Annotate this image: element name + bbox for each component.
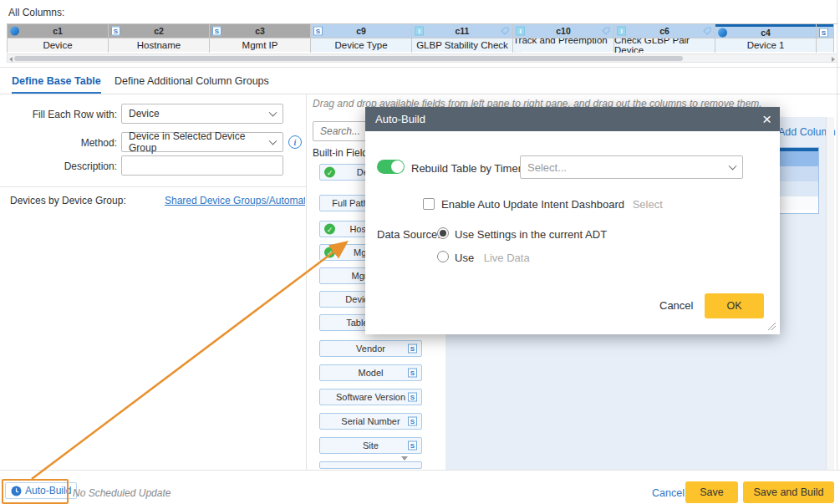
built-in-fields-label: Built-in Fields [313,147,373,159]
fill-each-row-select[interactable]: Device [121,104,283,124]
resize-handle-icon[interactable] [766,321,776,331]
column-header[interactable]: Ic6 [614,24,715,38]
column-name[interactable]: Hostname [109,38,209,52]
check-icon: ✓ [324,224,335,235]
field-button-software-version[interactable]: Software VersionS [319,389,422,405]
field-button-label: Vendor [356,344,385,354]
all-columns-label: All Columns: [8,7,64,18]
radio-use-adt-settings-label: Use Settings in the current ADT [455,228,607,241]
column-name[interactable]: Device 1 [715,38,816,52]
check-icon: ✓ [324,167,335,178]
column-header[interactable]: Sc2 [109,24,209,38]
check-icon: ✓ [324,247,335,258]
auto-update-select-link[interactable]: Select [633,198,663,211]
column-partial[interactable]: S [817,24,834,53]
timer-select[interactable]: Select... [520,155,743,179]
column-header[interactable]: Sc9 [311,24,411,38]
string-type-icon: S [819,28,828,37]
method-value: Device in Selected Device Group [129,130,264,154]
scroll-left-icon[interactable] [9,57,13,62]
column-c4[interactable]: c4Device 1 [715,24,817,53]
scroll-right-icon[interactable] [832,57,835,62]
column-id: c4 [761,28,771,38]
method-label: Method: [0,137,117,149]
field-button-vendor[interactable]: VendorS [319,340,422,357]
column-id: c3 [255,26,265,36]
column-c10[interactable]: Ic10Track and Preemption ... [513,24,614,53]
column-id: c9 [356,26,366,36]
intent-icon: I [516,27,525,36]
chevron-down-icon [269,137,277,145]
scrollbar-thumb[interactable] [14,56,683,61]
footer-cancel-button[interactable]: Cancel [652,487,685,499]
fill-each-row-label: Fill Each Row with: [0,109,117,120]
column-name[interactable] [817,38,833,52]
field-button-clipped[interactable] [319,461,422,469]
column-header[interactable]: Ic10 [513,24,613,38]
devices-by-group-label: Devices by Device Group: [10,195,126,206]
column-id: c11 [456,26,470,36]
toggle-knob [391,160,404,173]
save-button[interactable]: Save [685,481,738,503]
column-c3[interactable]: Sc3Mgmt IP [210,24,311,53]
column-header[interactable]: c1 [8,24,108,38]
radio-use-adt-settings[interactable] [437,227,449,239]
all-columns-table: c1DeviceSc2HostnameSc3Mgmt IPSc9Device T… [7,23,838,53]
column-id: c6 [659,26,669,36]
column-c6[interactable]: Ic6Check GLBP Pair Device [614,24,715,53]
horizontal-scrollbar[interactable] [7,53,837,63]
description-input[interactable] [121,155,283,176]
string-type-icon: S [313,27,323,36]
method-select[interactable]: Device in Selected Device Group [121,132,283,152]
column-c1[interactable]: c1Device [8,24,109,53]
scroll-down-icon[interactable] [401,456,408,461]
field-button-label: Model [359,368,384,378]
intent-icon: I [415,27,424,36]
tab-define-additional-column-groups[interactable]: Define Additional Column Groups [115,75,269,87]
auto-build-dialog: Auto-Build × Rebuild Table by Timer: Sel… [365,107,780,334]
auto-update-label: Enable Auto Update Intent Dashboard Sele… [441,198,663,211]
column-name[interactable]: Mgmt IP [210,38,310,52]
column-name[interactable]: Device Type [311,38,411,52]
column-c9[interactable]: Sc9Device Type [311,24,412,53]
save-and-build-button[interactable]: Save and Build [743,481,834,503]
panel-divider [306,94,307,470]
column-name[interactable]: Device [8,38,108,52]
dialog-title: Auto-Build [375,113,425,125]
device-group-link[interactable]: Shared Device Groups/Automation Library/… [165,195,305,206]
column-header[interactable]: c4 [715,24,816,38]
description-label: Description: [0,160,117,172]
radio-use-live-data-label: Use Live Data [455,252,530,264]
column-name[interactable]: GLBP Stability Check [412,38,512,52]
fill-each-row-value: Device [129,108,160,120]
field-button-site[interactable]: SiteS [319,437,422,454]
rebuild-timer-toggle[interactable] [377,160,405,174]
column-header[interactable]: Sc3 [210,24,310,38]
divider [0,470,840,471]
column-c2[interactable]: Sc2Hostname [109,24,210,53]
divider [0,94,840,94]
field-button-model[interactable]: ModelS [319,364,422,381]
tag-icon [702,26,712,36]
annotation-highlight-box [2,479,69,504]
chevron-down-icon [269,109,277,117]
column-name[interactable]: Check GLBP Pair Device [614,38,715,52]
column-header[interactable]: S [817,24,833,38]
string-type-icon: S [408,344,417,354]
column-name[interactable]: Track and Preemption ... [513,38,613,52]
dialog-cancel-button[interactable]: Cancel [659,299,693,312]
tab-define-base-table[interactable]: Define Base Table [12,75,101,94]
column-header[interactable]: Ic11 [412,24,512,38]
adt-builder-window: All Columns: c1DeviceSc2HostnameSc3Mgmt … [0,0,840,504]
radio-use-live-data[interactable] [437,251,449,262]
auto-update-checkbox[interactable] [423,198,435,210]
dialog-ok-button[interactable]: OK [705,293,764,318]
info-icon[interactable]: i [288,135,302,149]
dialog-titlebar[interactable]: Auto-Build × [365,107,780,131]
string-type-icon: S [408,417,417,426]
vertical-scrollbar[interactable] [826,117,834,470]
column-id: c1 [53,26,63,36]
field-button-serial-number[interactable]: Serial NumberS [319,413,422,430]
column-c11[interactable]: Ic11GLBP Stability Check [412,24,513,53]
close-icon[interactable]: × [762,109,771,130]
